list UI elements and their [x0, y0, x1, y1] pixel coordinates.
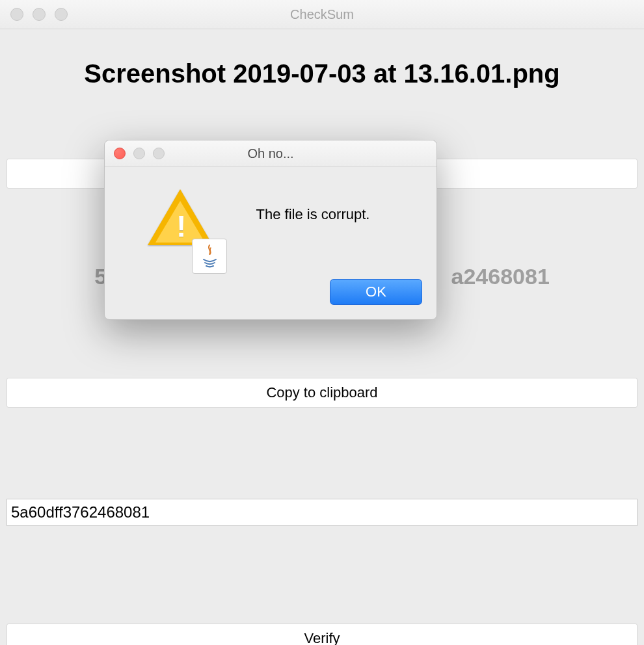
ok-button[interactable]: OK	[330, 279, 422, 305]
compare-input[interactable]	[7, 499, 637, 526]
alert-dialog: Oh no... ! The file is corrupt.	[104, 140, 437, 320]
title-bar: CheckSum	[0, 0, 644, 29]
dialog-button-row: OK	[105, 272, 436, 319]
dialog-title-bar: Oh no...	[105, 140, 436, 167]
traffic-lights	[10, 8, 68, 21]
app-window: CheckSum Screenshot 2019-07-03 at 13.16.…	[0, 0, 644, 645]
copy-button[interactable]: Copy to clipboard	[7, 378, 637, 408]
window-title: CheckSum	[0, 7, 644, 22]
zoom-icon[interactable]	[55, 8, 68, 21]
dialog-body: ! The file is corrupt.	[105, 167, 436, 272]
minimize-icon[interactable]	[33, 8, 46, 21]
dialog-minimize-icon[interactable]	[133, 148, 145, 159]
copy-button-label: Copy to clipboard	[266, 384, 377, 401]
dialog-traffic-lights	[114, 148, 165, 159]
close-icon[interactable]	[10, 8, 23, 21]
dialog-zoom-icon[interactable]	[153, 148, 165, 159]
dialog-icon-area: !	[122, 181, 206, 266]
verify-button-label: Verify	[304, 630, 340, 645]
dialog-message: The file is corrupt.	[206, 181, 420, 266]
file-title: Screenshot 2019-07-03 at 13.16.01.png	[7, 59, 637, 88]
verify-button[interactable]: Verify	[7, 624, 637, 645]
dialog-close-icon[interactable]	[114, 148, 126, 159]
computed-hash-right: a2468081	[451, 264, 550, 289]
ok-button-label: OK	[366, 283, 386, 300]
java-app-icon	[192, 239, 227, 274]
warning-exclamation-icon: !	[176, 209, 186, 244]
